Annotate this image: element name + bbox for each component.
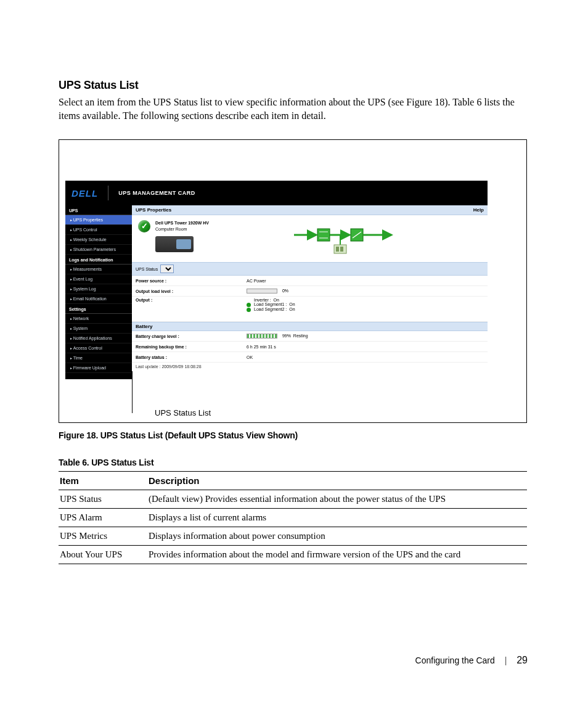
backup-time-label: Remaining backup time : (136, 345, 247, 349)
nav-shutdown-parameters[interactable]: Shutdown Parameters (65, 245, 132, 255)
header-divider (108, 186, 108, 200)
table-row: UPS Status (Default view) Provides essen… (59, 490, 527, 509)
footer-section: Configuring the Card (415, 655, 495, 665)
nav-system[interactable]: System (65, 324, 132, 334)
th-item: Item (59, 472, 147, 490)
section-heading: UPS Status List (59, 79, 527, 92)
ups-status-select[interactable] (160, 265, 174, 273)
footer-separator: | (505, 655, 507, 665)
device-room: Computer Room (155, 226, 209, 232)
cell-desc: Displays information about power consump… (147, 527, 527, 546)
app-title: UPS MANAGEMENT CARD (118, 190, 195, 196)
table-caption: Table 6. UPS Status List (59, 458, 527, 467)
seg1-value: On (289, 302, 295, 306)
svg-rect-7 (336, 247, 339, 252)
status-list-table: Item Description UPS Status (Default vie… (59, 471, 527, 564)
seg2-value: On (289, 307, 295, 311)
seg2-label: Load Segment2 : (254, 307, 287, 311)
nav-system-log[interactable]: System Log (65, 284, 132, 294)
cell-desc: Provides information about the model and… (147, 546, 527, 564)
batt-status-label: Battery status : (136, 355, 247, 359)
table-row: UPS Metrics Displays information about p… (59, 527, 527, 546)
nav-email-notification[interactable]: Email Notification (65, 294, 132, 304)
batt-charge-pct: 99% (282, 334, 291, 338)
output-load-pct: 0% (282, 289, 288, 293)
sidebar-nav: UPS UPS Properties UPS Control Weekly Sc… (65, 205, 132, 379)
table-row: UPS Alarm Displays a list of current ala… (59, 509, 527, 527)
nav-group-logs: Logs and Notification (65, 255, 132, 265)
output-load-label: Output load level : (136, 289, 247, 293)
callout-line (132, 371, 133, 413)
output-label: Output : (136, 298, 247, 302)
app-header: DELL UPS MANAGEMENT CARD (65, 181, 488, 205)
nav-ups-control[interactable]: UPS Control (65, 225, 132, 235)
battery-subheader: Battery (132, 322, 488, 331)
backup-time-value: 6 h 25 min 31 s (247, 345, 484, 349)
cell-item: UPS Metrics (59, 527, 147, 546)
th-desc: Description (147, 472, 527, 490)
nav-measurements[interactable]: Measurements (65, 265, 132, 274)
inverter-label: Inverter : (254, 298, 271, 302)
footer-page-number: 29 (517, 655, 528, 665)
inverter-value: On (274, 298, 279, 302)
panel-title: UPS Properties (136, 207, 171, 213)
cell-item: UPS Alarm (59, 509, 147, 527)
seg2-status-icon (247, 308, 251, 312)
figure-frame: DELL UPS MANAGEMENT CARD UPS UPS Propert… (59, 139, 527, 423)
power-flow-diagram (215, 220, 481, 255)
nav-access-control[interactable]: Access Control (65, 343, 132, 353)
callout-tick (126, 371, 132, 372)
cell-desc: (Default view) Provides essential inform… (147, 490, 527, 509)
dell-logo: DELL (71, 188, 98, 199)
nav-group-ups: UPS (65, 205, 132, 215)
ups-status-picker-label: UPS Status (136, 267, 158, 271)
ups-management-app: DELL UPS MANAGEMENT CARD UPS UPS Propert… (65, 181, 488, 379)
nav-firmware-upload[interactable]: Firmware Upload (65, 363, 132, 373)
callout-label: UPS Status List (155, 408, 211, 417)
intro-paragraph: Select an item from the UPS Status list … (59, 96, 527, 122)
last-update: Last update : 2009/09/09 18:08:28 (132, 363, 488, 371)
power-source-label: Power source : (136, 279, 247, 283)
help-link[interactable]: Help (473, 207, 484, 213)
seg1-status-icon (247, 303, 251, 307)
cell-item: About Your UPS (59, 546, 147, 564)
power-source-value: AC Power (247, 279, 484, 283)
nav-time[interactable]: Time (65, 353, 132, 363)
batt-charge-state: Resting (293, 334, 308, 338)
page-footer: Configuring the Card | 29 (0, 655, 588, 666)
device-image (155, 236, 194, 252)
batt-status-value: OK (247, 355, 484, 359)
nav-ups-properties[interactable]: UPS Properties (65, 215, 132, 225)
nav-weekly-schedule[interactable]: Weekly Schedule (65, 235, 132, 245)
nav-group-settings: Settings (65, 304, 132, 314)
svg-rect-8 (340, 247, 343, 252)
nav-network[interactable]: Network (65, 314, 132, 324)
figure-caption: Figure 18. UPS Status List (Default UPS … (59, 430, 527, 440)
batt-charge-bar (247, 334, 277, 339)
output-load-bar (247, 289, 277, 293)
nav-event-log[interactable]: Event Log (65, 274, 132, 284)
table-row: About Your UPS Provides information abou… (59, 546, 527, 564)
status-ok-icon: ✓ (138, 220, 150, 232)
ups-status-picker-row: UPS Status (132, 262, 488, 276)
cell-desc: Displays a list of current alarms (147, 509, 527, 527)
svg-rect-1 (317, 229, 330, 241)
nav-notified-applications[interactable]: Notified Applications (65, 334, 132, 343)
main-panel: UPS Properties Help ✓ Dell UPS Tower 192… (132, 205, 488, 379)
cell-item: UPS Status (59, 490, 147, 509)
device-name: Dell UPS Tower 1920W HV (155, 220, 209, 226)
batt-charge-label: Battery charge level : (136, 334, 247, 339)
seg1-label: Load Segment1 : (254, 302, 287, 306)
